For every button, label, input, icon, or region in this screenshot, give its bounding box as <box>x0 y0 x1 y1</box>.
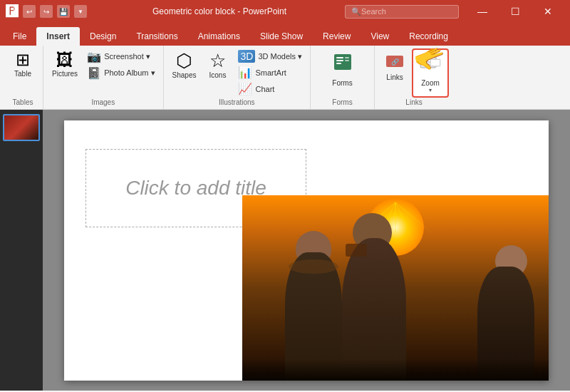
link-label: Links <box>386 73 403 81</box>
svg-rect-1 <box>336 57 343 58</box>
link-button[interactable]: 🔗 Links <box>379 48 410 84</box>
forms-group-label: Forms <box>332 98 352 106</box>
shapes-icon: ⬡ <box>176 51 192 70</box>
photo-album-label: Photo Album ▾ <box>104 68 155 78</box>
zoom-dropdown-arrow: ▾ <box>429 87 432 93</box>
screenshot-label: Screenshot ▾ <box>104 52 150 61</box>
minimize-btn[interactable]: — <box>466 0 499 23</box>
forms-icon <box>332 51 353 78</box>
tab-transitions[interactable]: Transitions <box>126 27 187 46</box>
zoom-button[interactable]: Zoom ▾ <box>412 48 449 98</box>
screenshot-icon: 📷 <box>87 50 101 63</box>
shapes-label: Shapes <box>172 71 197 79</box>
images-group-label: Images <box>91 98 115 106</box>
smartart-icon: 📊 <box>238 66 252 79</box>
illustrations-group-label: Illustrations <box>219 98 255 106</box>
images-col: 📷 Screenshot ▾ 📓 Photo Album ▾ <box>83 48 158 94</box>
link-icon: 🔗 <box>385 51 405 73</box>
links-group-label: Links <box>405 98 422 106</box>
tab-slideshow[interactable]: Slide Show <box>250 27 313 46</box>
tab-review[interactable]: Review <box>313 27 361 46</box>
ribbon-group-tables: ⊞ Table Tables <box>3 46 43 109</box>
tables-group-label: Tables <box>13 98 33 106</box>
customize-btn[interactable]: ▼ <box>74 5 87 18</box>
search-placeholder: Search <box>361 7 386 16</box>
illustrations-items: ⬡ Shapes ☆ Icons 3D 3D Models ▾ 📊 SmartA… <box>168 48 306 123</box>
powerpoint-icon: 🅿 <box>6 4 19 19</box>
svg-rect-0 <box>334 54 351 70</box>
tab-view[interactable]: View <box>361 27 399 46</box>
table-button[interactable]: ⊞ Table <box>7 48 38 81</box>
slide-panel <box>0 110 43 391</box>
tab-animations[interactable]: Animations <box>188 27 250 46</box>
smartart-button[interactable]: 📊 SmartArt <box>234 64 306 81</box>
maximize-btn[interactable]: ☐ <box>499 0 532 23</box>
window-controls: — ☐ ✕ <box>466 0 564 23</box>
pictures-icon: 🖼 <box>56 51 73 68</box>
close-btn[interactable]: ✕ <box>532 0 564 23</box>
icons-button[interactable]: ☆ Icons <box>202 48 233 82</box>
window-title: Geometric color block - PowerPoint <box>94 6 345 16</box>
icons-icon: ☆ <box>209 51 226 70</box>
ribbon-group-illustrations: ⬡ Shapes ☆ Icons 3D 3D Models ▾ 📊 SmartA… <box>164 46 311 109</box>
ribbon-tabs: File Insert Design Transitions Animation… <box>0 23 570 46</box>
3dmodels-button[interactable]: 3D 3D Models ▾ <box>234 48 306 64</box>
photo-album-icon: 📓 <box>87 66 101 80</box>
slide-image <box>242 195 549 381</box>
3dmodels-label: 3D Models ▾ <box>258 52 302 61</box>
svg-rect-12 <box>423 63 430 65</box>
chart-label: Chart <box>255 85 274 93</box>
svg-rect-14 <box>431 60 440 66</box>
svg-text:🔗: 🔗 <box>391 58 400 66</box>
tab-insert[interactable]: Insert <box>36 27 80 46</box>
svg-rect-3 <box>336 63 341 64</box>
chart-button[interactable]: 📈 Chart <box>234 81 306 97</box>
slide-canvas-wrap: Click to add title <box>43 110 570 391</box>
table-icon: ⊞ <box>16 51 30 68</box>
photo-album-button[interactable]: 📓 Photo Album ▾ <box>83 65 158 81</box>
zoom-icon <box>419 53 442 78</box>
svg-rect-4 <box>345 57 349 58</box>
svg-rect-11 <box>423 61 431 63</box>
undo-btn[interactable]: ↩ <box>23 5 36 18</box>
svg-rect-10 <box>423 58 428 61</box>
tab-recording[interactable]: Recording <box>399 27 458 46</box>
ribbon-group-links: 🔗 Links <box>375 46 453 109</box>
ribbon-group-images: 🖼 Pictures 📷 Screenshot ▾ 📓 Photo Album … <box>43 46 164 109</box>
search-box[interactable]: 🔍 Search <box>345 5 459 19</box>
svg-rect-5 <box>345 60 349 61</box>
shapes-button[interactable]: ⬡ Shapes <box>168 48 201 82</box>
main-area: Click to add title <box>0 110 570 391</box>
ribbon-group-forms: Forms Forms <box>311 46 375 109</box>
pictures-button[interactable]: 🖼 Pictures <box>48 48 82 81</box>
table-label: Table <box>14 70 31 78</box>
save-btn[interactable]: 💾 <box>57 5 70 18</box>
smartart-label: SmartArt <box>255 68 286 77</box>
chart-icon: 📈 <box>238 82 252 96</box>
pictures-label: Pictures <box>52 70 78 78</box>
title-bar-icons: 🅿 ↩ ↪ 💾 ▼ <box>6 4 87 19</box>
ribbon: ⊞ Table Tables 🖼 Pictures 📷 Screenshot ▾… <box>0 46 570 110</box>
svg-rect-2 <box>336 60 343 61</box>
forms-button[interactable]: Forms <box>327 48 358 90</box>
title-bar: 🅿 ↩ ↪ 💾 ▼ Geometric color block - PowerP… <box>0 0 570 23</box>
screenshot-button[interactable]: 📷 Screenshot ▾ <box>83 48 158 65</box>
icons-label: Icons <box>209 71 227 79</box>
tab-file[interactable]: File <box>3 27 36 46</box>
redo-btn[interactable]: ↪ <box>40 5 53 18</box>
3dmodels-icon: 3D <box>238 50 255 63</box>
forms-label: Forms <box>332 79 352 87</box>
tab-design[interactable]: Design <box>80 27 126 46</box>
slide-thumb-1[interactable] <box>3 114 40 141</box>
slide-canvas[interactable]: Click to add title <box>64 120 549 381</box>
fantasy-background <box>242 195 549 381</box>
zoom-label: Zoom <box>421 79 440 87</box>
slide-thumb-image <box>4 115 38 140</box>
